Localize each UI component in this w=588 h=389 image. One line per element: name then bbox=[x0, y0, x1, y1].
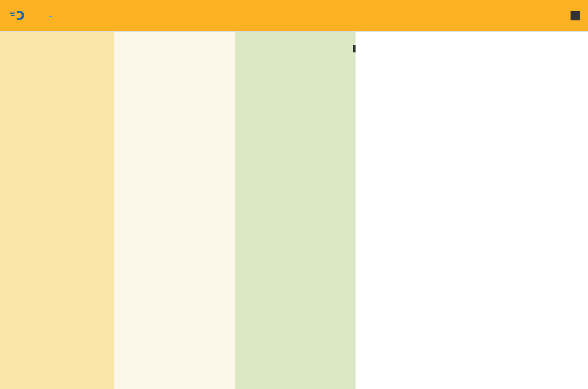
logo bbox=[8, 7, 25, 24]
svg-rect-2 bbox=[11, 15, 15, 16]
tab-player[interactable] bbox=[49, 15, 52, 17]
stop-button[interactable] bbox=[571, 11, 580, 20]
svg-rect-0 bbox=[10, 12, 15, 12]
svg-rect-1 bbox=[10, 13, 15, 14]
message-detail-json bbox=[356, 32, 588, 389]
main-grid bbox=[0, 32, 588, 389]
topics-heading bbox=[120, 32, 229, 45]
messages-column bbox=[235, 32, 356, 389]
messages-heading bbox=[241, 32, 350, 45]
app-header bbox=[0, 0, 588, 32]
sessions-heading bbox=[6, 32, 109, 45]
topics-column bbox=[114, 32, 235, 389]
sessions-column bbox=[0, 32, 114, 389]
